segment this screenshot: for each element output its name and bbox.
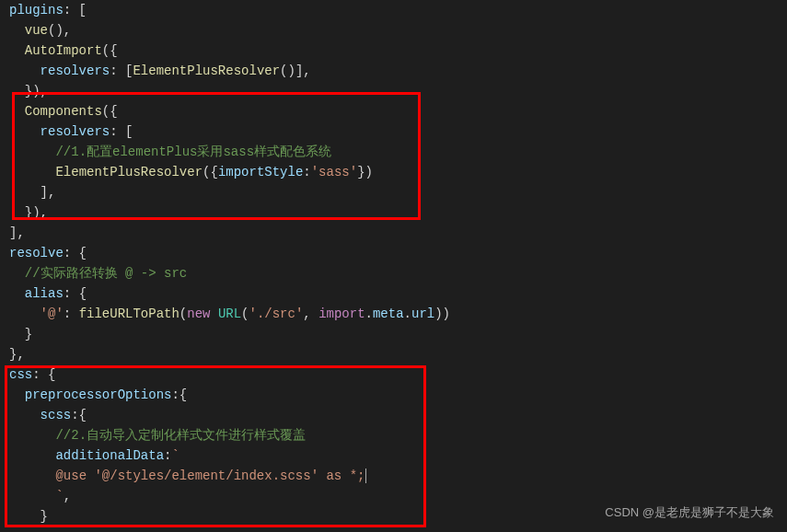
text-cursor bbox=[365, 468, 366, 483]
code-line: vue(), bbox=[9, 20, 778, 40]
code-line: '@': fileURLToPath(new URL('./src', impo… bbox=[9, 304, 778, 324]
code-line: }), bbox=[9, 81, 778, 101]
code-line: } bbox=[9, 324, 778, 344]
code-line: additionalData:` bbox=[9, 445, 778, 466]
code-line: //2.自动导入定制化样式文件进行样式覆盖 bbox=[9, 425, 778, 445]
code-line: AutoImport({ bbox=[9, 40, 778, 61]
code-line: @use '@/styles/element/index.scss' as *; bbox=[9, 466, 778, 486]
code-line: scss:{ bbox=[9, 405, 778, 425]
code-line: plugins: [ bbox=[9, 0, 778, 20]
code-line: }), bbox=[9, 202, 778, 223]
code-line: resolve: { bbox=[9, 243, 778, 263]
code-line: resolvers: [ bbox=[9, 121, 778, 142]
code-editor[interactable]: plugins: [ vue(), AutoImport({ resolvers… bbox=[9, 0, 778, 526]
code-line: ], bbox=[9, 223, 778, 243]
code-line: ElementPlusResolver({importStyle:'sass'}… bbox=[9, 162, 778, 182]
code-line: css: { bbox=[9, 364, 778, 385]
code-line: ], bbox=[9, 182, 778, 202]
code-line: preprocessorOptions:{ bbox=[9, 385, 778, 405]
code-line: }, bbox=[9, 344, 778, 364]
code-line: //实际路径转换 @ -> src bbox=[9, 263, 778, 283]
code-line: resolvers: [ElementPlusResolver()], bbox=[9, 61, 778, 81]
code-line: Components({ bbox=[9, 101, 778, 121]
code-line: //1.配置elementPlus采用sass样式配色系统 bbox=[9, 142, 778, 162]
watermark-text: CSDN @是老虎是狮子不是大象 bbox=[605, 503, 774, 523]
code-line: alias: { bbox=[9, 283, 778, 304]
